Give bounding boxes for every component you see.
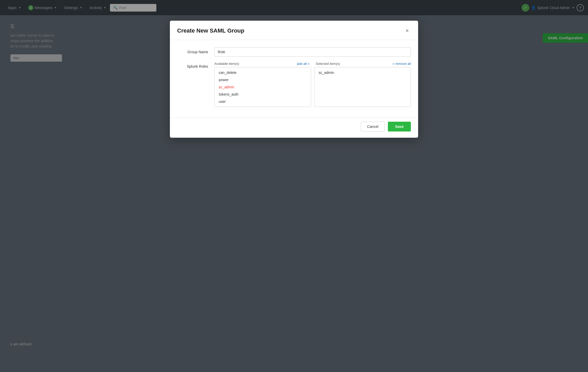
dual-list-boxes: can_delete power sc_admin tokens_auth <box>214 67 411 107</box>
save-button[interactable]: Save <box>388 122 411 131</box>
modal-header: Create New SAML Group × <box>170 21 418 40</box>
remove-all-button[interactable]: « remove all <box>393 62 411 66</box>
modal-body: Group Name Splunk Roles Available item(s… <box>170 40 418 117</box>
modal-close-button[interactable]: × <box>403 27 411 35</box>
modal-overlay: Create New SAML Group × Group Name Splun… <box>0 0 588 372</box>
modal-title: Create New SAML Group <box>177 27 244 34</box>
selected-list[interactable]: sc_admin <box>314 67 411 107</box>
create-saml-group-modal: Create New SAML Group × Group Name Splun… <box>170 21 418 138</box>
group-name-field <box>214 47 411 57</box>
sc-admin-available-text: sc_admin <box>219 85 234 89</box>
splunk-roles-label: Splunk Roles <box>177 62 208 68</box>
dual-list-header-left: Available item(s) add all » <box>214 62 313 66</box>
dual-list: Available item(s) add all » Selected ite… <box>214 62 411 107</box>
list-item[interactable]: can_delete <box>215 69 311 76</box>
modal-footer: Cancel Save <box>170 117 418 138</box>
list-item[interactable]: tokens_auth <box>215 91 311 98</box>
group-name-label: Group Name <box>177 47 208 54</box>
list-item-sc-admin-available[interactable]: sc_admin <box>215 83 311 91</box>
splunk-roles-row: Splunk Roles Available item(s) add all »… <box>177 62 411 107</box>
cancel-button[interactable]: Cancel <box>361 122 385 131</box>
add-all-button[interactable]: add all » <box>297 62 310 66</box>
list-item[interactable]: user <box>215 98 311 105</box>
dual-list-header: Available item(s) add all » Selected ite… <box>214 62 411 66</box>
available-list[interactable]: can_delete power sc_admin tokens_auth <box>214 67 311 107</box>
selected-heading: Selected item(s) <box>316 62 340 66</box>
group-name-input[interactable] <box>214 47 411 57</box>
available-heading: Available item(s) <box>214 62 239 66</box>
group-name-row: Group Name <box>177 47 411 57</box>
dual-list-header-right: Selected item(s) « remove all <box>313 62 411 66</box>
list-item[interactable]: power <box>215 76 311 83</box>
list-item-sc-admin-selected[interactable]: sc_admin <box>314 69 411 76</box>
